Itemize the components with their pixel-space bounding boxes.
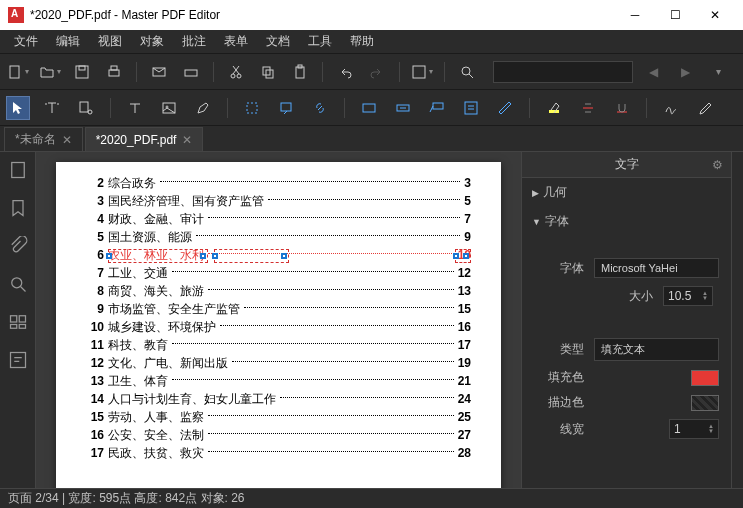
save-button[interactable] (70, 60, 94, 84)
tab-2020pdf[interactable]: *2020_PDF.pdf✕ (85, 127, 204, 151)
highlight-tool[interactable] (240, 96, 264, 120)
measure-tool[interactable] (493, 96, 517, 120)
linewidth-input[interactable]: 1▲▼ (669, 419, 719, 439)
paste-button[interactable] (288, 60, 312, 84)
email-button[interactable] (147, 60, 171, 84)
toc-entry[interactable]: 5国土资源、能源9 (86, 230, 471, 244)
panel-header: 文字 ⚙ (522, 152, 731, 178)
toc-entry[interactable]: 6农业、林业、水利10 (86, 248, 471, 262)
toc-entry[interactable]: 3国民经济管理、国有资产监管5 (86, 194, 471, 208)
callout-tool[interactable] (425, 96, 449, 120)
bookmarks-button[interactable] (8, 198, 28, 218)
panel-options-icon[interactable]: ⚙ (712, 158, 723, 172)
menu-edit[interactable]: 编辑 (48, 30, 88, 53)
svg-point-7 (231, 74, 235, 78)
search-input[interactable] (504, 65, 584, 79)
zoom-fit-button[interactable]: ▾ (410, 60, 434, 84)
svg-rect-32 (10, 353, 25, 368)
document-tabs: *未命名✕ *2020_PDF.pdf✕ (0, 126, 743, 152)
svg-rect-15 (80, 102, 88, 112)
close-icon[interactable]: ✕ (182, 133, 192, 147)
toc-entry[interactable]: 10城乡建设、环境保护16 (86, 320, 471, 334)
minimize-button[interactable]: ─ (615, 0, 655, 30)
document-view[interactable]: 2综合政务33国民经济管理、国有资产监管54财政、金融、审计75国土资源、能源9… (36, 152, 521, 488)
link-tool[interactable] (308, 96, 332, 120)
type-select[interactable]: 填充文本 (594, 338, 719, 361)
toc-entry[interactable]: 7工业、交通12 (86, 266, 471, 280)
print-button[interactable] (102, 60, 126, 84)
close-button[interactable]: ✕ (695, 0, 735, 30)
redo-button[interactable] (365, 60, 389, 84)
image-tool[interactable] (157, 96, 181, 120)
svg-point-14 (462, 67, 470, 75)
fill-color-swatch[interactable] (691, 370, 719, 386)
menu-annotate[interactable]: 批注 (174, 30, 214, 53)
toc-entry[interactable]: 14人口与计划生育、妇女儿童工作24 (86, 392, 471, 406)
search-panel-button[interactable] (8, 274, 28, 294)
stroke-color-swatch[interactable] (691, 395, 719, 411)
comments-button[interactable] (8, 350, 28, 370)
thumbnails-button[interactable] (8, 160, 28, 180)
note-tool[interactable] (274, 96, 298, 120)
toc-entry[interactable]: 15劳动、人事、监察25 (86, 410, 471, 424)
attachments-button[interactable] (8, 236, 28, 256)
section-font[interactable]: ▼字体 (522, 207, 731, 236)
tab-unnamed[interactable]: *未命名✕ (4, 127, 83, 151)
menu-tools[interactable]: 工具 (300, 30, 340, 53)
undo-button[interactable] (333, 60, 357, 84)
menu-object[interactable]: 对象 (132, 30, 172, 53)
underline-tool[interactable] (610, 96, 634, 120)
toc-entry[interactable]: 17民政、扶贫、救灾28 (86, 446, 471, 460)
stamp-tool[interactable] (357, 96, 381, 120)
search-options-button[interactable]: ▾ (705, 60, 729, 84)
new-button[interactable]: ▾ (6, 60, 30, 84)
close-icon[interactable]: ✕ (62, 133, 72, 147)
svg-rect-0 (10, 66, 19, 78)
open-button[interactable]: ▾ (38, 60, 62, 84)
search-prev-button[interactable]: ◀ (641, 60, 665, 84)
properties-panel: 文字 ⚙ ▶几何 ▼字体 字体 Microsoft YaHei 大小 10.5▲… (521, 152, 731, 488)
toc-entry[interactable]: 2综合政务3 (86, 176, 471, 190)
size-label: 大小 (603, 288, 653, 305)
select-tool[interactable] (6, 96, 30, 120)
svg-rect-6 (185, 70, 197, 76)
maximize-button[interactable]: ☐ (655, 0, 695, 30)
svg-rect-21 (363, 104, 375, 112)
toc-entry[interactable]: 12文化、广电、新闻出版19 (86, 356, 471, 370)
initial-tool[interactable] (693, 96, 717, 120)
font-select[interactable]: Microsoft YaHei (594, 258, 719, 278)
toc-entry[interactable]: 11科技、教育17 (86, 338, 471, 352)
toc-entry[interactable]: 8商贸、海关、旅游13 (86, 284, 471, 298)
sign-tool[interactable] (659, 96, 683, 120)
copy-button[interactable] (256, 60, 280, 84)
menu-view[interactable]: 视图 (90, 30, 130, 53)
highlight-yellow-tool[interactable] (542, 96, 566, 120)
toc-entry[interactable]: 9市场监管、安全生产监管15 (86, 302, 471, 316)
cut-button[interactable] (224, 60, 248, 84)
text-tool[interactable] (123, 96, 147, 120)
edit-tool[interactable] (74, 96, 98, 120)
textbox-tool[interactable] (391, 96, 415, 120)
layers-button[interactable] (8, 312, 28, 332)
scan-button[interactable] (179, 60, 203, 84)
search-box[interactable] (493, 61, 633, 83)
menu-help[interactable]: 帮助 (342, 30, 382, 53)
svg-point-16 (88, 110, 92, 114)
search-next-button[interactable]: ▶ (673, 60, 697, 84)
svg-rect-1 (76, 66, 88, 78)
toc-entry[interactable]: 16公安、安全、法制27 (86, 428, 471, 442)
right-scrollbar[interactable] (731, 152, 743, 488)
toc-entry[interactable]: 13卫生、体育21 (86, 374, 471, 388)
menu-file[interactable]: 文件 (6, 30, 46, 53)
text-select-tool[interactable] (40, 96, 64, 120)
section-geometry[interactable]: ▶几何 (522, 178, 731, 207)
svg-rect-3 (109, 70, 119, 76)
toc-entry[interactable]: 4财政、金融、审计7 (86, 212, 471, 226)
strikethrough-tool[interactable] (576, 96, 600, 120)
pen-tool[interactable] (191, 96, 215, 120)
svg-rect-4 (111, 66, 117, 70)
menu-form[interactable]: 表单 (216, 30, 256, 53)
size-input[interactable]: 10.5▲▼ (663, 286, 713, 306)
form-tool[interactable] (459, 96, 483, 120)
menu-document[interactable]: 文档 (258, 30, 298, 53)
